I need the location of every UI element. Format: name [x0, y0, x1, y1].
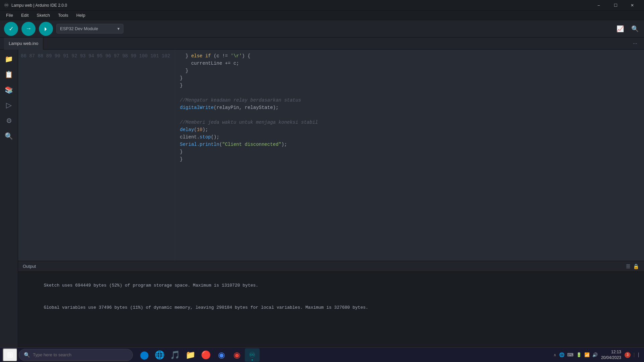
vscode-icon: ⬤	[140, 350, 149, 360]
debug-button[interactable]: ⏵	[39, 22, 53, 36]
search-input[interactable]	[33, 352, 128, 357]
output-line-1: Sketch uses 694449 bytes (52%) of progra…	[44, 283, 258, 288]
main-layout: 📁 📋 📚 ▷ ⚙ 🔍 86 87 88 89 90 91 92 93 94 9…	[0, 50, 644, 351]
spotify-icon: 🎵	[170, 350, 180, 360]
output-menu-button[interactable]: ☰	[626, 263, 630, 269]
tray-date: 20/04/2023	[601, 355, 621, 361]
start-button[interactable]: ⊞	[3, 348, 17, 362]
menu-tools[interactable]: Tools	[55, 12, 71, 18]
titlebar: ♾ Lampu web | Arduino IDE 2.0.0 – ☐ ✕	[0, 0, 644, 11]
output-title: Output	[23, 264, 36, 269]
tray-lang-icon: 🌐	[559, 352, 565, 357]
edge-app[interactable]: 🌐	[152, 348, 167, 362]
sidebar-item-library[interactable]: 📚	[2, 83, 16, 97]
maximize-button[interactable]: ☐	[608, 0, 623, 11]
tab-bar: Lampu web.ino ···	[0, 38, 644, 50]
sidebar-item-board[interactable]: 📋	[2, 68, 16, 81]
menu-file[interactable]: File	[3, 12, 16, 18]
sidebar-item-search[interactable]: 🔍	[2, 129, 16, 143]
chrome2-app[interactable]: ◉	[214, 348, 229, 362]
notification-badge[interactable]: 3	[625, 352, 631, 358]
output-content: Sketch uses 694449 bytes (52%) of progra…	[18, 272, 644, 351]
spotify-app[interactable]: 🎵	[168, 348, 182, 362]
board-sidebar-icon: 📋	[5, 70, 13, 78]
settings-icon: ⚙	[6, 117, 12, 125]
app-title: Lampu web | Arduino IDE 2.0.0	[11, 3, 588, 8]
board-dropdown-icon: ▾	[117, 26, 120, 31]
output-lock-button[interactable]: 🔒	[633, 263, 639, 269]
app-logo-icon: ♾	[4, 2, 9, 8]
tray-chevron[interactable]: ∧	[553, 353, 556, 357]
sidebar: 📁 📋 📚 ▷ ⚙ 🔍	[0, 50, 18, 351]
chrome3-app[interactable]: ◉	[229, 348, 244, 362]
serial-monitor-button[interactable]: 🔍	[630, 24, 640, 34]
tab-more-button[interactable]: ···	[630, 39, 640, 48]
active-dot	[252, 359, 253, 361]
sidebar-item-debug[interactable]: ▷	[2, 99, 16, 112]
output-line-2: Global variables use 37496 bytes (11%) o…	[44, 305, 368, 310]
taskbar-tray: ∧ 🌐 ⌨ 🔋 📶 🔊 12:13 20/04/2023 3 ▕	[553, 349, 641, 361]
board-selector[interactable]: ESP32 Dev Module ▾	[56, 24, 123, 34]
chrome2-icon: ◉	[218, 350, 225, 360]
tray-volume-icon: 🔊	[592, 352, 598, 357]
tab-label: Lampu web.ino	[9, 41, 38, 46]
taskbar-search[interactable]: 🔍	[19, 349, 133, 361]
sidebar-item-settings[interactable]: ⚙	[2, 114, 16, 127]
tray-clock: 12:13	[601, 349, 621, 355]
menu-edit[interactable]: Edit	[18, 12, 32, 18]
output-header: Output ☰ 🔒	[18, 261, 644, 272]
upload-button[interactable]: →	[21, 22, 36, 36]
arduino-taskbar-app[interactable]: ♾	[245, 348, 260, 362]
output-actions: ☰ 🔒	[626, 263, 639, 269]
tray-battery-icon: 🔋	[576, 352, 582, 357]
board-name: ESP32 Dev Module	[60, 26, 98, 31]
chrome3-icon: ◉	[233, 350, 240, 360]
folder-icon: 📁	[5, 55, 13, 63]
show-desktop-icon[interactable]: ▕	[634, 353, 639, 357]
tray-icons: ∧ 🌐 ⌨ 🔋 📶 🔊	[553, 352, 598, 357]
tab-lampu-web[interactable]: Lampu web.ino	[4, 38, 43, 50]
window-controls: – ☐ ✕	[591, 0, 640, 11]
menu-sketch[interactable]: Sketch	[33, 12, 53, 18]
tray-keyboard-icon: ⌨	[567, 352, 574, 357]
edge-icon: 🌐	[155, 350, 165, 360]
arduino-taskbar-icon: ♾	[249, 351, 256, 359]
tray-wifi-icon: 📶	[584, 352, 590, 357]
chrome-app[interactable]: 🔴	[199, 348, 213, 362]
verify-button[interactable]: ✓	[4, 22, 18, 36]
start-icon: ⊞	[7, 351, 13, 359]
search-sidebar-icon: 🔍	[5, 132, 13, 140]
output-panel: Output ☰ 🔒 Sketch uses 694449 bytes (52%…	[18, 261, 644, 351]
explorer-icon: 📁	[185, 350, 196, 360]
menu-help[interactable]: Help	[73, 12, 89, 18]
library-icon: 📚	[5, 86, 13, 94]
editor-area: 86 87 88 89 90 91 92 93 94 95 96 97 98 9…	[18, 50, 644, 351]
serial-plotter-button[interactable]: 📈	[615, 24, 625, 34]
explorer-app[interactable]: 📁	[183, 348, 198, 362]
search-icon: 🔍	[24, 352, 30, 358]
code-editor[interactable]: } else if (c != '\r') { currentLine += c…	[175, 50, 644, 261]
code-container: 86 87 88 89 90 91 92 93 94 95 96 97 98 9…	[18, 50, 644, 261]
taskbar: ⊞ 🔍 ⬤ 🌐 🎵 📁 🔴 ◉ ◉	[0, 347, 644, 362]
toolbar-right: 📈 🔍	[615, 24, 640, 34]
line-numbers: 86 87 88 89 90 91 92 93 94 95 96 97 98 9…	[18, 50, 175, 261]
taskbar-apps: ⬤ 🌐 🎵 📁 🔴 ◉ ◉ ♾	[137, 348, 260, 362]
chrome-icon: 🔴	[201, 350, 211, 360]
vscode-app[interactable]: ⬤	[137, 348, 152, 362]
minimize-button[interactable]: –	[591, 0, 606, 11]
debug-sidebar-icon: ▷	[6, 101, 12, 110]
sidebar-item-folder[interactable]: 📁	[2, 52, 16, 66]
menubar: File Edit Sketch Tools Help	[0, 11, 644, 20]
tray-time[interactable]: 12:13 20/04/2023	[601, 349, 621, 361]
toolbar: ✓ → ⏵ ESP32 Dev Module ▾ 📈 🔍	[0, 20, 644, 38]
close-button[interactable]: ✕	[625, 0, 640, 11]
